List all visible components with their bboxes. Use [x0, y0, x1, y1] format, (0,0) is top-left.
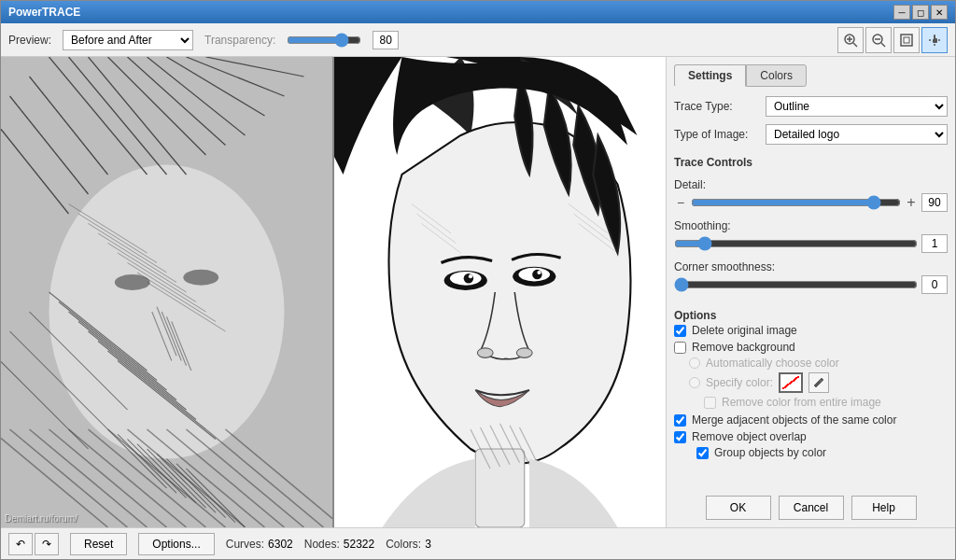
status-bar: ↶ ↷ Reset Options... Curves: 6302 Nodes:…: [1, 527, 955, 559]
group-by-color-row: Group objects by color: [674, 446, 948, 459]
merge-adjacent-checkbox[interactable]: [674, 414, 686, 427]
right-panel: Settings Colors Trace Type: Outline Type…: [666, 57, 955, 527]
corner-smoothness-slider-row: 0: [674, 275, 948, 294]
curves-label: Curves:: [226, 538, 264, 551]
transparency-value: 80: [373, 31, 399, 49]
preview-area: Demiart.ru/forum/: [1, 57, 666, 527]
colors-value: 3: [425, 538, 431, 551]
type-of-image-row: Type of Image: Detailed logo: [674, 124, 948, 145]
auto-choose-color-radio[interactable]: [689, 357, 700, 369]
main-content: Demiart.ru/forum/: [1, 57, 955, 527]
corner-smoothness-section: Corner smoothness: 0: [674, 260, 948, 294]
smoothing-slider[interactable]: [674, 236, 918, 251]
dropper-button[interactable]: [808, 372, 829, 393]
trace-type-row: Trace Type: Outline: [674, 96, 948, 117]
nodes-label: Nodes:: [304, 538, 340, 551]
reset-button[interactable]: Reset: [70, 533, 127, 555]
options-section: Options Delete original image Remove bac…: [674, 305, 948, 459]
corner-smoothness-slider[interactable]: [674, 277, 918, 292]
svg-point-77: [469, 274, 472, 278]
detail-decrease-button[interactable]: −: [674, 195, 687, 210]
tabs: Settings Colors: [674, 64, 948, 87]
ok-button[interactable]: OK: [706, 496, 771, 520]
svg-point-83: [516, 348, 532, 358]
preview-traced: [334, 57, 666, 527]
group-by-color-checkbox[interactable]: [696, 447, 709, 459]
detail-increase-button[interactable]: +: [905, 194, 918, 211]
trace-type-select[interactable]: Outline: [766, 96, 948, 117]
remove-color-entire-checkbox[interactable]: [704, 397, 716, 409]
detail-value: 90: [921, 193, 948, 212]
colors-label: Colors:: [386, 538, 421, 551]
smoothing-value: 1: [921, 234, 948, 253]
preview-images: Demiart.ru/forum/: [1, 57, 666, 527]
specify-color-radio[interactable]: [689, 377, 700, 388]
options-button[interactable]: Options...: [138, 533, 214, 555]
trace-controls-header: Trace Controls: [674, 156, 948, 169]
options-header: Options: [674, 309, 948, 322]
group-by-color-label: Group objects by color: [714, 446, 826, 459]
curves-value: 6302: [268, 538, 293, 551]
svg-line-1: [853, 43, 857, 47]
original-image: [1, 57, 332, 527]
merge-adjacent-row: Merge adjacent objects of the same color: [674, 413, 948, 427]
svg-point-11: [49, 165, 285, 459]
svg-line-5: [881, 43, 885, 47]
pan-button[interactable]: [921, 27, 948, 53]
remove-background-checkbox[interactable]: [674, 342, 686, 354]
preview-label: Preview:: [8, 34, 51, 47]
specify-color-label: Specify color:: [706, 376, 773, 389]
help-button[interactable]: Help: [851, 496, 917, 520]
zoom-controls: [837, 27, 948, 53]
restore-button[interactable]: ◻: [912, 5, 929, 20]
transparency-slider[interactable]: [287, 33, 361, 48]
specify-color-row: Specify color:: [674, 372, 948, 393]
undo-button[interactable]: ↶: [8, 533, 33, 555]
preview-original: Demiart.ru/forum/: [1, 57, 334, 527]
corner-smoothness-label: Corner smoothness:: [674, 260, 948, 273]
cancel-button[interactable]: Cancel: [779, 496, 844, 520]
nodes-stat: Nodes: 52322: [304, 538, 374, 551]
color-swatch[interactable]: [779, 372, 803, 393]
svg-rect-8: [904, 37, 909, 43]
delete-original-checkbox[interactable]: [674, 325, 686, 337]
action-buttons: OK Cancel Help: [674, 488, 948, 520]
tab-settings[interactable]: Settings: [674, 64, 746, 87]
transparency-label: Transparency:: [204, 34, 275, 47]
fit-button[interactable]: [893, 27, 920, 53]
svg-point-44: [115, 274, 150, 290]
smoothing-label: Smoothing:: [674, 219, 948, 232]
smoothing-section: Smoothing: 1: [674, 219, 948, 253]
delete-original-label: Delete original image: [692, 324, 797, 337]
corner-smoothness-slider-track: [674, 277, 918, 292]
svg-point-81: [537, 271, 541, 274]
detail-slider[interactable]: [691, 195, 901, 210]
remove-object-overlap-checkbox[interactable]: [674, 431, 686, 443]
detail-slider-row: − + 90: [674, 193, 948, 212]
close-button[interactable]: ✕: [931, 5, 948, 20]
title-bar: PowerTRACE ─ ◻ ✕: [1, 1, 955, 23]
remove-color-entire-label: Remove color from entire image: [722, 396, 881, 409]
tab-colors[interactable]: Colors: [746, 64, 807, 87]
type-of-image-select[interactable]: Detailed logo: [766, 124, 948, 145]
nodes-value: 52322: [344, 538, 374, 551]
svg-point-82: [477, 348, 493, 358]
window-title: PowerTRACE: [8, 6, 80, 19]
window-controls: ─ ◻ ✕: [893, 5, 948, 20]
minimize-button[interactable]: ─: [893, 5, 910, 20]
corner-smoothness-value: 0: [921, 275, 948, 294]
zoom-in-button[interactable]: [837, 27, 864, 53]
merge-adjacent-label: Merge adjacent objects of the same color: [692, 413, 896, 427]
detail-slider-track: [691, 195, 901, 210]
preview-dropdown[interactable]: Before and After: [63, 30, 193, 50]
redo-button[interactable]: ↷: [35, 533, 59, 555]
detail-label: Detail:: [674, 178, 948, 191]
colors-stat: Colors: 3: [386, 538, 431, 551]
remove-object-overlap-label: Remove object overlap: [692, 430, 807, 443]
svg-rect-90: [475, 449, 525, 527]
zoom-out-button[interactable]: [865, 27, 892, 53]
smoothing-slider-row: 1: [674, 234, 948, 253]
remove-color-entire-row: Remove color from entire image: [674, 396, 948, 409]
detail-section: Detail: − + 90: [674, 178, 948, 212]
svg-point-80: [532, 270, 542, 280]
